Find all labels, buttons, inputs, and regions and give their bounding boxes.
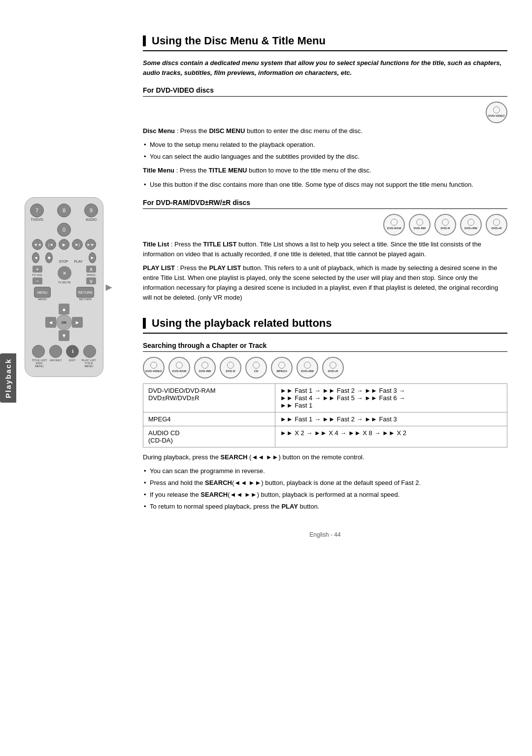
- btn-prog-down[interactable]: ∨: [86, 277, 96, 284]
- bottom-buttons: ℹ: [30, 345, 98, 358]
- btn-slow-right[interactable]: ►: [89, 252, 96, 263]
- search-bullet3: If you release the SEARCH(◄◄ ►►) button,…: [143, 490, 507, 500]
- nav-cluster: ▲ ◄ OK ► ▼: [30, 304, 98, 341]
- nav-down[interactable]: ▼: [59, 330, 69, 341]
- table-cell-value3: ►► X 2 → ►► X 4 → ►► X 8 → ►► X 2: [275, 426, 507, 447]
- page: Playback 7 TV/DVD 8 9: [0, 0, 532, 756]
- table-cell-value1: ►► Fast 1 → ►► Fast 2 → ►► Fast 3 →►► Fa…: [275, 383, 507, 412]
- btn-7[interactable]: 7: [30, 204, 44, 217]
- playback-tab: Playback: [0, 353, 16, 403]
- search-table: DVD-VIDEO/DVD-RAM DVD±RW/DVD±R ►► Fast 1…: [143, 383, 507, 447]
- btn-anykey[interactable]: [49, 345, 62, 358]
- table-cell-value2: ►► Fast 1 → ►► Fast 2 → ►► Fast 3: [275, 412, 507, 426]
- table-cell-label3: AUDIO CD (CD-DA): [143, 426, 275, 447]
- disc-icons-row2: DVD-RAM DVD-RW DVD-R DVD+RW DVD+R: [143, 214, 507, 236]
- s-cd-icon: CD: [245, 357, 267, 378]
- search-bullet1: You can scan the programme in reverse.: [143, 466, 507, 476]
- s-dvd-rw1-icon: DVD-RW: [194, 357, 216, 378]
- dvd-rw1-icon: DVD-RW: [409, 214, 431, 236]
- label-tvdvd: TV/DVD: [31, 218, 43, 221]
- btn-next[interactable]: ►|: [72, 239, 83, 250]
- btn-mute[interactable]: ✕: [58, 266, 71, 280]
- remote-control: 7 TV/DVD 8 9 AUDIO 0: [25, 197, 103, 377]
- btn-vol-up[interactable]: +: [33, 266, 42, 273]
- label-prog: PROG: [87, 274, 96, 276]
- s-dvd-r2-icon: DVD+R: [322, 357, 344, 378]
- dvd-rw2-icon: DVD+RW: [460, 214, 482, 236]
- btn-title-list[interactable]: [32, 345, 45, 358]
- bullet1: Move to the setup menu related to the pl…: [143, 140, 507, 150]
- btn-play[interactable]: ►: [59, 239, 69, 250]
- transport-row1: ◄◄ |◄ ► ►| ►►: [30, 239, 98, 250]
- nav-ok[interactable]: OK: [56, 314, 72, 330]
- btn-0[interactable]: 0: [57, 223, 71, 237]
- label-title-list: TITLE LISTDISC MENU: [31, 359, 48, 368]
- disc-menu-text: Disc Menu : Press the DISC MENU button t…: [143, 126, 507, 136]
- subheading-search: Searching through a Chapter or Track: [143, 342, 507, 352]
- label-tvmute: TV MUTE: [58, 281, 71, 284]
- subheading1: For DVD-VIDEO discs: [143, 86, 507, 97]
- section1-intro: Some discs contain a dedicated menu syst…: [143, 58, 507, 77]
- dvd-r2-icon: DVD+R: [486, 214, 507, 236]
- label-play-list: PLAY LISTTITLE MENU: [81, 359, 98, 368]
- btn-ff[interactable]: ►►: [85, 239, 96, 250]
- btn-prog-up[interactable]: ∧: [86, 266, 96, 273]
- main-content: Using the Disc Menu & Title Menu Some di…: [128, 20, 532, 736]
- play-list-text: PLAY LIST : Press the PLAY LIST button. …: [143, 263, 507, 303]
- btn-prev[interactable]: |◄: [45, 239, 56, 250]
- bullet2: You can select the audio languages and t…: [143, 152, 507, 162]
- arrow-right-icon: ►: [103, 281, 114, 294]
- nav-up[interactable]: ▲: [59, 304, 69, 314]
- label-play: PLAY: [74, 260, 82, 263]
- table-cell-label2: MPEG4: [143, 412, 275, 426]
- btn-slow-left[interactable]: ◄: [32, 252, 39, 263]
- dvd-r-icon: DVD-R: [434, 214, 456, 236]
- subheading2: For DVD-RAM/DVD±RW/±R discs: [143, 199, 507, 209]
- label-tvvol: TV VOL: [32, 274, 42, 276]
- btn-return[interactable]: RETURN: [76, 287, 94, 298]
- btn-8[interactable]: 8: [57, 204, 71, 217]
- footer: English - 44: [143, 531, 507, 538]
- search-disc-icons-row: DVD-VIDEO DVD-RAM DVD-RW DVD-R CD MPEG4: [143, 357, 507, 378]
- bullet3: Use this button if the disc contains mor…: [143, 180, 507, 190]
- btn-exit[interactable]: ℹ: [66, 345, 79, 358]
- s-dvd-rw2-icon: DVD+RW: [297, 357, 318, 378]
- sidebar: Playback 7 TV/DVD 8 9: [0, 20, 128, 736]
- label-menu: MENU: [38, 298, 47, 301]
- transport-row2: ◄ ■ STOP PLAY ►: [30, 252, 98, 263]
- btn-vol-down[interactable]: −: [33, 277, 42, 284]
- table-row: MPEG4 ►► Fast 1 → ►► Fast 2 → ►► Fast 3: [143, 412, 507, 426]
- label-exit: EXIT: [64, 359, 81, 368]
- title-menu-text: Title Menu : Press the TITLE MENU button…: [143, 166, 507, 175]
- remote-container: 7 TV/DVD 8 9 AUDIO 0: [25, 197, 103, 377]
- label-audio: AUDIO: [86, 218, 97, 221]
- label-return: RETURN: [79, 298, 92, 301]
- bottom-labels: TITLE LISTDISC MENU ANYKEY EXIT PLAY LIS…: [30, 359, 98, 368]
- table-row: DVD-VIDEO/DVD-RAM DVD±RW/DVD±R ►► Fast 1…: [143, 383, 507, 412]
- label-anykey: ANYKEY: [48, 359, 65, 368]
- table-row: AUDIO CD (CD-DA) ►► X 2 → ►► X 4 → ►► X …: [143, 426, 507, 447]
- section1-title: Using the Disc Menu & Title Menu: [143, 34, 507, 51]
- dvd-video-icon: DVD-VIDEO: [486, 102, 507, 123]
- btn-rew[interactable]: ◄◄: [32, 239, 43, 250]
- table-cell-label1: DVD-VIDEO/DVD-RAM DVD±RW/DVD±R: [143, 383, 275, 412]
- search-bullet2: Press and hold the SEARCH(◄◄ ►►) button,…: [143, 478, 507, 488]
- s-mpeg4-icon: MPEG4: [271, 357, 293, 378]
- btn-play-list[interactable]: [83, 345, 96, 358]
- btn-menu[interactable]: MENU: [34, 287, 51, 298]
- s-dvd-video-icon: DVD-VIDEO: [143, 357, 165, 378]
- btn-9[interactable]: 9: [84, 204, 98, 217]
- search-text: During playback, press the SEARCH (◄◄ ►►…: [143, 452, 507, 462]
- title-list-text: Title List : Press the TITLE LIST button…: [143, 240, 507, 259]
- label-stop: STOP: [59, 260, 68, 263]
- s-dvd-r-icon: DVD-R: [220, 357, 241, 378]
- s-dvd-ram-icon: DVD-RAM: [168, 357, 190, 378]
- section2-title: Using the playback related buttons: [143, 317, 507, 334]
- nav-left[interactable]: ◄: [45, 317, 56, 328]
- nav-right[interactable]: ►: [72, 317, 83, 328]
- dvd-ram-icon: DVD-RAM: [383, 214, 405, 236]
- search-bullet4: To return to normal speed playback, pres…: [143, 502, 507, 512]
- btn-stop[interactable]: ■: [45, 252, 53, 263]
